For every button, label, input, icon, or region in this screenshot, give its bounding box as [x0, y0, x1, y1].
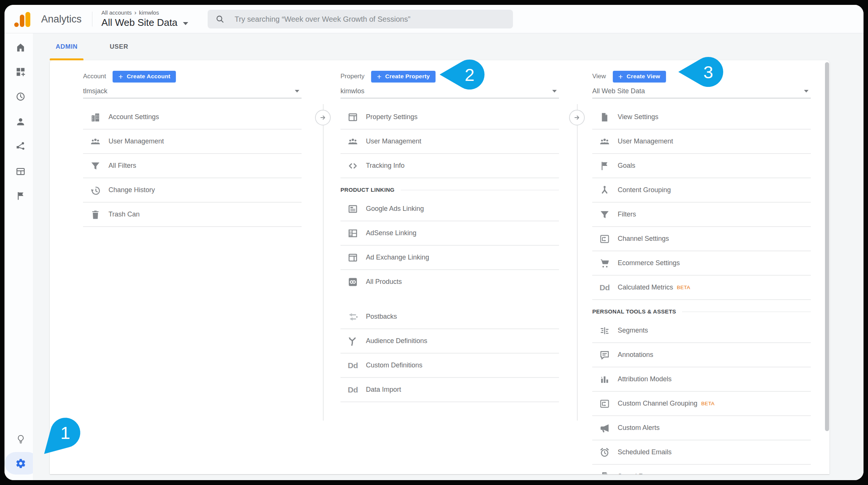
menu-item-label: Annotations: [618, 351, 653, 359]
chevron-down-icon: [295, 90, 299, 93]
menu-item-label: All Products: [366, 278, 402, 286]
menu-item-calculated-metrics[interactable]: DdCalculated MetricsBETA: [592, 276, 811, 300]
section-label: PRODUCT LINKING: [340, 187, 395, 193]
sidebar-item-audience-person[interactable]: [10, 112, 31, 131]
search-bar[interactable]: [208, 10, 513, 28]
menu-item-data-import[interactable]: DdData Import: [340, 378, 559, 402]
menu-item-custom-alerts[interactable]: Custom Alerts: [592, 416, 811, 440]
menu-item-google-ads-linking[interactable]: Google Ads Linking: [340, 197, 559, 221]
dd-icon: Dd: [347, 384, 358, 395]
menu-item-label: Calculated Metrics: [618, 284, 673, 291]
menu-item-label: Content Grouping: [618, 186, 671, 194]
tab-user[interactable]: USER: [101, 33, 137, 60]
trash-icon: [90, 209, 101, 220]
column-label: Property: [340, 73, 364, 80]
collapse-account-column-button[interactable]: [315, 110, 331, 125]
collapse-property-column-button[interactable]: [569, 110, 585, 125]
menu-item-label: Ad Exchange Linking: [366, 254, 429, 261]
menu-item-ecommerce-settings[interactable]: Ecommerce Settings: [592, 251, 811, 276]
dd-glyph: Dd: [600, 283, 610, 292]
menu-item-annotations[interactable]: Annotations: [592, 343, 811, 367]
menu-item-channel-settings[interactable]: Channel Settings: [592, 227, 811, 251]
menu-item-account-settings[interactable]: Account Settings: [83, 105, 302, 130]
ads-article-icon: [347, 203, 358, 215]
menu-item-label: Attribution Models: [618, 375, 672, 383]
breadcrumb: All accounts › kimwlos: [101, 9, 188, 16]
create-button-label: Create View: [627, 73, 660, 80]
menu-item-custom-channel-grouping[interactable]: Custom Channel GroupingBETA: [592, 392, 811, 416]
selector-value: tlmsjack: [83, 87, 295, 95]
sidebar-item-home[interactable]: [10, 38, 31, 57]
people-icon: [347, 136, 358, 147]
menu-item-custom-definitions[interactable]: DdCustom Definitions: [340, 354, 559, 378]
menu-item-content-grouping[interactable]: Content Grouping: [592, 178, 811, 203]
menu-item-label: Property Settings: [366, 113, 418, 121]
menu-item-audience-definitions[interactable]: Audience Definitions: [340, 329, 559, 354]
menu-item-segments[interactable]: Segments: [592, 319, 811, 343]
menu-item-label: Segments: [618, 327, 648, 334]
topbar: Analytics All accounts › kimwlos All Web…: [4, 5, 864, 33]
menu-item-all-filters[interactable]: All Filters: [83, 154, 302, 178]
breadcrumb-account[interactable]: kimwlos: [139, 9, 159, 16]
menu-item-user-management[interactable]: User Management: [340, 130, 559, 154]
plus-icon: +: [118, 73, 123, 81]
annotation-number: 1: [61, 423, 70, 443]
menu-item-attribution-models[interactable]: Attribution Models: [592, 367, 811, 392]
menu-item-label: Ecommerce Settings: [618, 259, 680, 267]
create-account-button[interactable]: +Create Account: [113, 71, 176, 82]
goal-flag-icon: [599, 160, 610, 172]
menu-item-label: View Settings: [618, 113, 658, 121]
property-view-selector[interactable]: All Web Site Data: [101, 17, 188, 28]
menu-item-change-history[interactable]: Change History: [83, 178, 302, 203]
dd-glyph: Dd: [348, 385, 358, 394]
dd-icon: Dd: [599, 282, 610, 293]
menu-item-goals[interactable]: Goals: [592, 154, 811, 178]
menu-list: Property SettingsUser ManagementTracking…: [340, 105, 559, 402]
menu-item-view-settings[interactable]: View Settings: [592, 105, 811, 130]
menu-item-label: Data Import: [366, 386, 401, 394]
menu-item-adsense-linking[interactable]: AdSense Linking: [340, 221, 559, 246]
sidebar-item-customization[interactable]: [10, 62, 31, 82]
menu-item-postbacks[interactable]: Postbacks: [340, 305, 559, 329]
section-rule: [682, 312, 811, 312]
column-view: View+Create ViewAll Web Site DataView Se…: [592, 60, 811, 474]
scrollbar-thumb[interactable]: [825, 62, 829, 431]
funnel-icon: [599, 209, 610, 220]
menu-item-label: Google Ads Linking: [366, 205, 424, 213]
sidebar-item-acquisition-share[interactable]: [10, 136, 31, 156]
section-header-personal-tools-assets: PERSONAL TOOLS & ASSETS: [592, 300, 811, 319]
menu-item-ad-exchange-linking[interactable]: Ad Exchange Linking: [340, 246, 559, 270]
menu-item-label: Change History: [109, 186, 155, 194]
menu-item-label: Goals: [618, 162, 635, 170]
tab-admin[interactable]: ADMIN: [50, 33, 83, 60]
sidebar-item-settings-gear[interactable]: [10, 454, 31, 473]
menu-item-filters[interactable]: Filters: [592, 203, 811, 227]
annotation-number: 2: [465, 65, 474, 85]
split-branch-icon: [347, 336, 358, 347]
menu-item-label: Account Settings: [109, 113, 159, 121]
menu-item-label: Audience Definitions: [366, 337, 427, 345]
menu-item-tracking-info[interactable]: Tracking Info: [340, 154, 559, 178]
menu-item-property-settings[interactable]: Property Settings: [340, 105, 559, 130]
account-switcher[interactable]: All accounts › kimwlos All Web Site Data: [101, 9, 188, 28]
menu-item-user-management[interactable]: User Management: [592, 130, 811, 154]
tabs: ADMINUSER: [33, 33, 864, 60]
plus-icon: +: [618, 73, 623, 81]
create-view-button[interactable]: +Create View: [613, 71, 666, 82]
menu-item-user-management[interactable]: User Management: [83, 130, 302, 154]
menu-item-scheduled-emails[interactable]: Scheduled Emails: [592, 440, 811, 465]
sidebar-item-conversions-flag[interactable]: [10, 186, 31, 206]
breadcrumb-all-accounts[interactable]: All accounts: [101, 9, 132, 16]
alarm-icon: [599, 447, 610, 458]
menu-item-all-products[interactable]: All Products: [340, 270, 559, 294]
create-property-button[interactable]: +Create Property: [371, 71, 435, 82]
sidebar-item-behavior-table[interactable]: [10, 162, 31, 181]
bar-chart-icon: [599, 374, 610, 385]
account-selector[interactable]: tlmsjack: [83, 84, 302, 98]
menu-item-label: Trash Can: [109, 210, 140, 218]
sidebar-item-realtime-clock[interactable]: [10, 87, 31, 106]
menu-item-saved-reports[interactable]: Saved Reports: [592, 465, 811, 474]
sidebar-item-insights-lightbulb[interactable]: [10, 429, 31, 449]
search-input[interactable]: [234, 15, 507, 24]
menu-item-trash-can[interactable]: Trash Can: [83, 203, 302, 227]
